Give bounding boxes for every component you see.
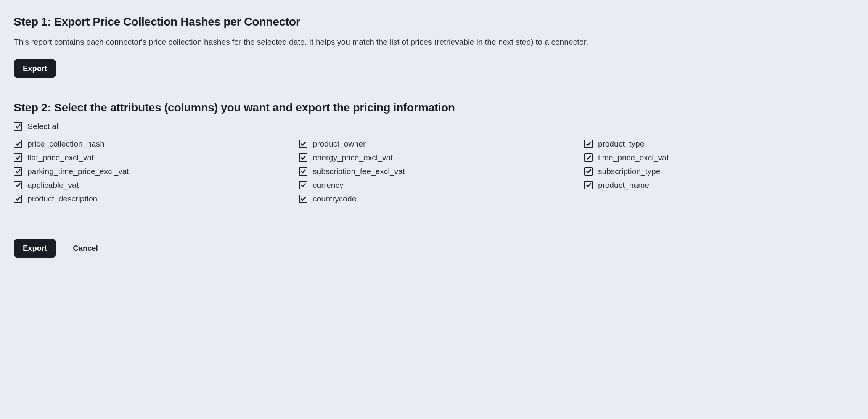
attribute-label: product_owner (313, 139, 366, 148)
attribute-label: applicable_vat (27, 180, 79, 190)
check-icon (15, 182, 21, 188)
attribute-checkbox[interactable] (584, 167, 593, 176)
check-icon (15, 123, 21, 129)
attribute-checkbox[interactable] (299, 153, 307, 162)
attribute-label: price_collection_hash (27, 139, 104, 148)
attribute-columns: price_collection_hashproduct_ownerproduc… (14, 139, 854, 204)
attribute-label: subscription_type (598, 167, 660, 176)
attribute-checkbox[interactable] (584, 140, 593, 148)
attribute-checkbox[interactable] (14, 140, 22, 148)
attribute-item: energy_price_excl_vat (299, 152, 569, 163)
attribute-checkbox[interactable] (299, 167, 307, 176)
step1-section: Step 1: Export Price Collection Hashes p… (14, 15, 854, 78)
attribute-checkbox[interactable] (14, 181, 22, 189)
attribute-label: product_description (27, 194, 97, 203)
attribute-checkbox[interactable] (299, 181, 307, 189)
attribute-checkbox[interactable] (584, 181, 593, 189)
attribute-label: currency (313, 180, 344, 190)
attribute-checkbox[interactable] (14, 153, 22, 162)
step2-section: Step 2: Select the attributes (columns) … (14, 101, 854, 258)
cancel-button[interactable]: Cancel (67, 239, 104, 258)
step1-export-button[interactable]: Export (14, 59, 56, 78)
check-icon (301, 182, 306, 188)
attribute-checkbox[interactable] (14, 195, 22, 203)
step2-export-button[interactable]: Export (14, 239, 56, 258)
check-icon (15, 168, 21, 174)
step2-heading: Step 2: Select the attributes (columns) … (14, 101, 854, 114)
check-icon (586, 141, 592, 147)
check-icon (586, 182, 592, 188)
attribute-label: product_type (598, 139, 644, 148)
attribute-item: product_description (14, 193, 284, 204)
check-icon (301, 168, 306, 174)
check-icon (15, 141, 21, 147)
attribute-item: subscription_type (584, 166, 854, 177)
attribute-item: flat_price_excl_vat (14, 152, 284, 163)
attribute-checkbox[interactable] (14, 167, 22, 176)
attribute-item: time_price_excl_vat (584, 152, 854, 163)
check-icon (15, 196, 21, 201)
step2-actions: Export Cancel (14, 239, 854, 258)
attribute-item: product_owner (299, 139, 569, 149)
attribute-checkbox[interactable] (299, 195, 307, 203)
attribute-label: flat_price_excl_vat (27, 153, 94, 162)
attribute-item: product_type (584, 139, 854, 149)
attribute-item: applicable_vat (14, 180, 284, 190)
attribute-item: price_collection_hash (14, 139, 284, 149)
attribute-item: currency (299, 180, 569, 190)
check-icon (586, 155, 592, 160)
step1-description: This report contains each connector's pr… (14, 36, 854, 48)
select-all-checkbox[interactable] (14, 122, 22, 131)
attribute-item: parking_time_price_excl_vat (14, 166, 284, 177)
check-icon (301, 141, 306, 147)
attribute-label: time_price_excl_vat (598, 153, 669, 162)
check-icon (586, 168, 592, 174)
attribute-label: subscription_fee_excl_vat (313, 167, 405, 176)
step1-heading: Step 1: Export Price Collection Hashes p… (14, 15, 854, 28)
attribute-checkbox[interactable] (299, 140, 307, 148)
attribute-label: energy_price_excl_vat (313, 153, 393, 162)
attribute-item: countrycode (299, 193, 569, 204)
check-icon (301, 155, 306, 160)
select-all-label: Select all (27, 122, 60, 131)
select-all-row: Select all (14, 122, 854, 131)
attribute-item: subscription_fee_excl_vat (299, 166, 569, 177)
check-icon (15, 155, 21, 160)
attribute-label: product_name (598, 180, 649, 190)
attribute-checkbox[interactable] (584, 153, 593, 162)
attribute-label: countrycode (313, 194, 356, 203)
attribute-label: parking_time_price_excl_vat (27, 167, 129, 176)
check-icon (301, 196, 306, 201)
attribute-item: product_name (584, 180, 854, 190)
